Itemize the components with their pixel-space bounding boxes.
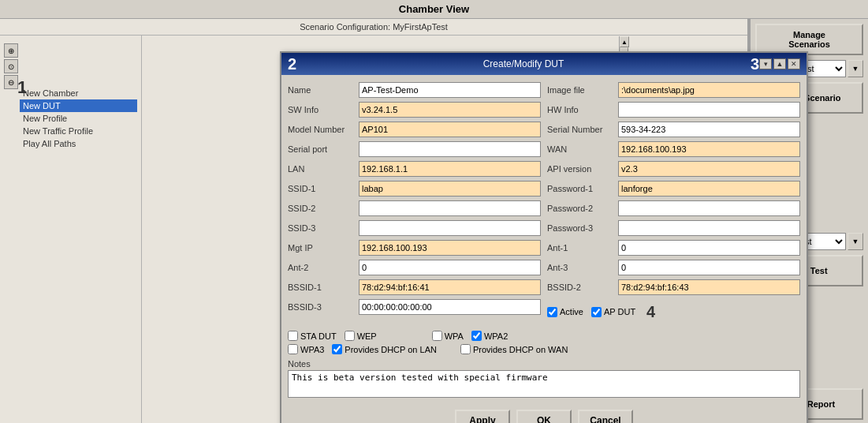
dialog-badge-right: 3	[751, 56, 759, 72]
form-row-serial-number: Serial Number	[547, 121, 800, 138]
form-row-api-version: API version	[547, 160, 800, 178]
canvas-area: 2 Create/Modify DUT 3 ▾ ▲ ✕	[142, 36, 747, 423]
label-model-number: Model Number	[288, 125, 359, 134]
checkboxes-row2: STA DUT WEP WPA	[288, 331, 800, 341]
checkbox-wpa2: WPA2	[471, 331, 508, 341]
form-row-bssid1: BSSID-1	[288, 279, 541, 296]
input-bssid3[interactable]	[359, 299, 541, 315]
input-name[interactable]	[359, 82, 541, 98]
input-password1[interactable]	[618, 181, 800, 197]
zoom-in-button[interactable]: ⊕	[4, 43, 18, 58]
label-wpa3: WPA3	[300, 345, 324, 354]
form-col-right: Image file HW Info Serial Number	[547, 81, 800, 328]
checkboxes-row3: WPA3 Provides DHCP on LAN Provides DHCP …	[288, 344, 800, 354]
input-password2[interactable]	[618, 200, 800, 216]
form-row-mgt-ip: Mgt IP	[288, 239, 541, 256]
zoom-out-button[interactable]: ⊖	[4, 75, 18, 89]
dialog-close-button[interactable]: ✕	[788, 58, 800, 69]
checkbox-apdut-input[interactable]	[591, 307, 602, 317]
manage-scenarios-button[interactable]: Manage Scenarios	[755, 24, 863, 55]
input-model-number[interactable]	[359, 122, 541, 137]
dialog-maximize-button[interactable]: ▲	[773, 58, 786, 69]
create-modify-dut-dialog: 2 Create/Modify DUT 3 ▾ ▲ ✕	[280, 51, 808, 423]
cancel-button[interactable]: Cancel	[578, 410, 633, 423]
dialog-title-buttons: ▾ ▲ ✕	[759, 58, 800, 69]
input-wan[interactable]	[618, 141, 800, 157]
chamber-area: ⊕ ⊙ ⊖ 1 New Chamber New DUT New Profile …	[0, 36, 747, 423]
form-row-ant2: Ant-2	[288, 259, 541, 276]
input-password3[interactable]	[618, 220, 800, 236]
label-serial-port: Serial port	[288, 144, 359, 154]
scroll-up-button[interactable]: ▲	[620, 36, 629, 47]
checkbox-dhcp-lan-input[interactable]	[332, 344, 342, 354]
checkbox-wep: WEP	[345, 331, 377, 341]
tree-item-new-traffic-profile[interactable]: New Traffic Profile	[20, 125, 137, 137]
form-row-wan: WAN	[547, 140, 800, 158]
test-type-select-arrow[interactable]: ▼	[848, 233, 863, 250]
zoom-controls: ⊕ ⊙ ⊖	[4, 43, 18, 89]
checkbox-wpa3: WPA3	[288, 344, 324, 354]
checkbox-active: Active	[547, 307, 583, 317]
input-lan[interactable]	[359, 161, 541, 177]
checkbox-wpa-input[interactable]	[432, 331, 442, 341]
zoom-fit-button[interactable]: ⊙	[4, 59, 18, 73]
input-ant1[interactable]	[618, 240, 800, 256]
input-mgt-ip[interactable]	[359, 240, 541, 256]
apply-button[interactable]: Apply	[455, 410, 510, 423]
scenario-select-arrow[interactable]: ▼	[848, 60, 863, 77]
form-columns: Name SW Info Model Number	[288, 81, 800, 328]
ok-button[interactable]: OK	[516, 410, 572, 423]
input-ssid3[interactable]	[359, 220, 541, 236]
label-active: Active	[560, 307, 583, 316]
tree-item-new-profile[interactable]: New Profile	[20, 112, 137, 125]
dialog-title: Create/Modify DUT	[303, 58, 744, 69]
label-sta-dut: STA DUT	[300, 331, 337, 341]
form-row-bssid3: BSSID-3	[288, 298, 541, 316]
checkbox-dhcp-wan-input[interactable]	[460, 344, 471, 354]
dialog-minimize-button[interactable]: ▾	[759, 58, 772, 69]
input-ssid2[interactable]	[359, 200, 541, 216]
checkbox-wep-input[interactable]	[345, 331, 355, 341]
label-name: Name	[288, 85, 359, 95]
form-row-bssid2: BSSID-2	[547, 279, 800, 296]
form-row-ssid1: SSID-1	[288, 180, 541, 197]
input-api-version[interactable]	[618, 161, 800, 177]
input-sw-info[interactable]	[359, 102, 541, 118]
checkbox-active-input[interactable]	[547, 307, 557, 317]
input-serial-port[interactable]	[359, 141, 541, 157]
input-bssid1[interactable]	[359, 279, 541, 295]
tree-item-play-all-paths[interactable]: Play All Paths	[20, 137, 137, 150]
left-panel: Scenario Configuration: MyFirstApTest ⊕ …	[0, 19, 749, 423]
checkbox-apdut: AP DUT	[591, 307, 635, 317]
form-row-image-file: Image file	[547, 81, 800, 99]
active-apdut-checkboxes: Active AP DUT 4	[547, 304, 655, 320]
checkbox-wpa: WPA	[432, 331, 464, 341]
window-title: Chamber View	[399, 3, 469, 15]
label-image-file: Image file	[547, 85, 618, 95]
checkbox-wpa2-input[interactable]	[471, 331, 482, 341]
input-image-file[interactable]	[618, 82, 800, 98]
input-hw-info[interactable]	[618, 102, 800, 118]
label-password2: Password-2	[547, 204, 618, 213]
checkbox-wpa3-input[interactable]	[288, 344, 298, 354]
checkbox-sta-dut: STA DUT	[288, 331, 337, 341]
dialog-title-bar: 2 Create/Modify DUT 3 ▾ ▲ ✕	[281, 53, 807, 75]
label-provides-dhcp-wan: Provides DHCP on WAN	[473, 345, 568, 354]
input-ant2[interactable]	[359, 260, 541, 275]
tree-item-new-dut[interactable]: New DUT	[20, 99, 137, 112]
scenario-bar: Scenario Configuration: MyFirstApTest	[0, 19, 747, 36]
notes-textarea[interactable]: This is beta version tested with special…	[288, 370, 800, 398]
input-ant3[interactable]	[618, 260, 800, 275]
form-row-hw-info: HW Info	[547, 101, 800, 118]
badge-4: 4	[646, 304, 655, 320]
tree-item-new-chamber[interactable]: New Chamber	[20, 87, 137, 99]
label-ant3: Ant-3	[547, 263, 618, 272]
notes-label: Notes	[288, 359, 800, 369]
checkbox-sta-dut-input[interactable]	[288, 331, 298, 341]
input-ssid1[interactable]	[359, 181, 541, 197]
label-wpa: WPA	[445, 331, 464, 341]
input-serial-number[interactable]	[618, 122, 800, 137]
label-sw-info: SW Info	[288, 105, 359, 114]
form-col-left: Name SW Info Model Number	[288, 81, 541, 328]
input-bssid2[interactable]	[618, 279, 800, 295]
